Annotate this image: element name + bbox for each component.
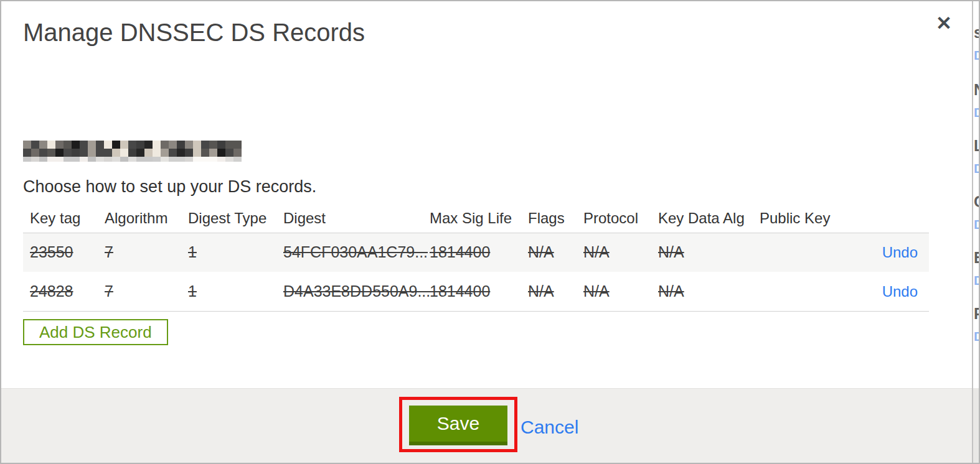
- redaction-pixel: [169, 141, 177, 149]
- redaction-pixel: [217, 157, 225, 162]
- background-text-fragment: C: [974, 194, 979, 210]
- column-header-public-key: Public Key: [760, 205, 847, 233]
- cell-digest: 54FCF030AA1C79...: [283, 233, 430, 272]
- column-header-digest: Digest: [283, 205, 430, 233]
- redaction-pixel: [136, 149, 144, 157]
- redaction-pixel: [144, 141, 153, 149]
- redaction-pixel: [23, 157, 31, 162]
- background-page-sliver: sDNDLDCDEDPD: [973, 1, 979, 463]
- redaction-pixel: [225, 157, 233, 162]
- ds-records-instruction: Choose how to set up your DS records.: [23, 177, 316, 197]
- redaction-pixel: [177, 157, 185, 162]
- redaction-pixel: [233, 157, 242, 162]
- background-text-fragment: D: [974, 106, 979, 119]
- redaction-pixel: [31, 157, 39, 162]
- redaction-pixel: [96, 149, 104, 157]
- redaction-pixel: [193, 141, 201, 149]
- redaction-pixel: [112, 141, 120, 149]
- redaction-pixel: [185, 157, 193, 162]
- redaction-pixel: [136, 141, 144, 149]
- cell-digest-type: 1: [188, 233, 283, 272]
- add-ds-record-button[interactable]: Add DS Record: [23, 319, 168, 345]
- redaction-pixel: [31, 149, 39, 157]
- redaction-pixel: [47, 141, 55, 149]
- cell-key-data-alg: N/A: [658, 233, 760, 272]
- column-header-algorithm: Algorithm: [105, 205, 188, 233]
- background-text-fragment: D: [974, 330, 979, 343]
- redaction-pixel: [225, 141, 233, 149]
- redaction-pixel: [201, 141, 209, 149]
- ds-records-table: Key tag Algorithm Digest Type Digest Max…: [23, 205, 929, 312]
- redaction-pixel: [153, 157, 161, 162]
- background-text-fragment: D: [974, 274, 979, 287]
- cell-key-tag: 23550: [23, 233, 105, 272]
- redaction-pixel: [39, 157, 47, 162]
- redaction-pixel: [80, 141, 88, 149]
- redaction-pixel: [80, 157, 88, 162]
- redaction-pixel: [144, 157, 153, 162]
- redaction-pixel: [47, 157, 55, 162]
- table-row: 23550 7 1 54FCF030AA1C79... 1814400 N/A …: [23, 233, 929, 272]
- cell-digest: D4A33E8DD550A9...: [283, 272, 430, 311]
- redaction-pixel: [153, 141, 161, 149]
- redaction-pixel: [23, 141, 31, 149]
- redaction-pixel: [120, 141, 128, 149]
- redaction-pixel: [23, 149, 31, 157]
- redaction-pixel: [55, 141, 64, 149]
- redaction-pixel: [47, 149, 55, 157]
- redaction-pixel: [88, 141, 96, 149]
- redaction-pixel: [177, 141, 185, 149]
- redaction-pixel: [136, 157, 144, 162]
- redaction-pixel: [185, 149, 193, 157]
- background-footer-sliver: [973, 388, 979, 463]
- redaction-pixel: [31, 141, 39, 149]
- table-row: 24828 7 1 D4A33E8DD550A9... 1814400 N/A …: [23, 272, 929, 311]
- redaction-pixel: [233, 149, 242, 157]
- redaction-pixel: [39, 149, 47, 157]
- background-text-fragment: P: [974, 306, 979, 322]
- cell-public-key: [760, 233, 847, 272]
- cell-algorithm: 7: [105, 233, 188, 272]
- undo-link[interactable]: Undo: [882, 244, 918, 261]
- background-text-fragment: s: [974, 25, 979, 40]
- column-header-actions: [847, 205, 929, 233]
- background-text-fragment: D: [974, 162, 979, 175]
- background-text-fragment: E: [974, 250, 979, 266]
- redaction-pixel: [112, 149, 120, 157]
- redaction-pixel: [64, 149, 72, 157]
- redaction-pixel: [193, 157, 201, 162]
- cell-algorithm: 7: [105, 272, 188, 311]
- save-button[interactable]: Save: [409, 406, 507, 445]
- undo-link[interactable]: Undo: [882, 283, 918, 300]
- annotation-highlight-box: Save: [399, 397, 517, 452]
- redaction-pixel: [161, 157, 169, 162]
- cell-digest-type: 1: [188, 272, 283, 311]
- redaction-pixel: [177, 149, 185, 157]
- close-icon[interactable]: ✕: [936, 14, 952, 33]
- cell-protocol: N/A: [583, 233, 658, 272]
- redaction-pixel: [88, 157, 96, 162]
- cell-actions: Undo: [847, 233, 929, 272]
- redaction-pixel: [161, 141, 169, 149]
- page-title: Manage DNSSEC DS Records: [23, 19, 365, 46]
- redaction-pixel: [201, 157, 209, 162]
- redaction-pixel: [88, 149, 96, 157]
- background-text-fragment: N: [974, 82, 979, 98]
- table-header-row: Key tag Algorithm Digest Type Digest Max…: [23, 205, 929, 233]
- cell-max-sig-life: 1814400: [430, 272, 528, 311]
- redaction-pixel: [104, 157, 112, 162]
- redaction-pixel: [209, 149, 217, 157]
- redaction-pixel: [193, 149, 201, 157]
- redaction-pixel: [112, 157, 120, 162]
- cell-key-tag: 24828: [23, 272, 105, 311]
- cancel-button[interactable]: Cancel: [521, 417, 578, 438]
- redaction-pixel: [169, 149, 177, 157]
- cell-flags: N/A: [528, 272, 583, 311]
- redaction-pixel: [72, 141, 80, 149]
- redaction-pixel: [201, 149, 209, 157]
- redaction-pixel: [209, 157, 217, 162]
- redaction-pixel: [169, 157, 177, 162]
- redaction-pixel: [104, 149, 112, 157]
- redaction-pixel: [64, 141, 72, 149]
- redaction-pixel: [161, 149, 169, 157]
